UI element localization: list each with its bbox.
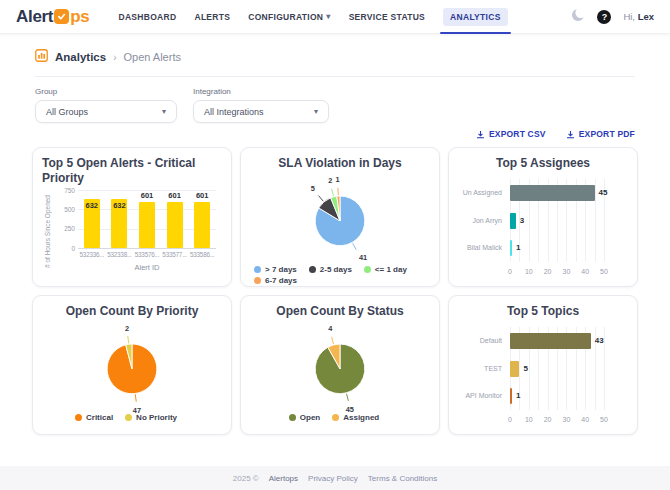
card-top-5-open-alerts: Top 5 Open Alerts - Critical Priority # … bbox=[32, 147, 232, 287]
chevron-down-icon: ▾ bbox=[162, 107, 166, 116]
legend-item-Critical[interactable]: Critical bbox=[75, 413, 113, 422]
breadcrumb-section[interactable]: Analytics bbox=[55, 51, 106, 63]
group-select[interactable]: All Groups ▾ bbox=[35, 100, 177, 123]
bar-Jon Arryn[interactable] bbox=[510, 213, 516, 229]
pie-chart: 472CriticalNo Priority bbox=[42, 321, 222, 428]
chart-title: Open Count By Status bbox=[276, 304, 403, 319]
card-open-count-by-status: Open Count By Status 454OpenAssigned bbox=[240, 295, 440, 435]
privacy-policy-link[interactable]: Privacy Policy bbox=[308, 474, 358, 483]
bar-value-label: 3 bbox=[520, 213, 524, 229]
navbar: Alert ps DASHBOARD ALERTS CONFIGURATION▾… bbox=[0, 0, 670, 34]
gridline bbox=[595, 179, 596, 262]
integration-select-value: All Integrations bbox=[204, 107, 264, 117]
help-icon[interactable]: ? bbox=[597, 10, 611, 24]
legend: CriticalNo Priority bbox=[75, 413, 189, 422]
plot-area: 4531 bbox=[510, 179, 604, 262]
export-row: EXPORT CSV EXPORT PDF bbox=[35, 129, 635, 139]
alertops-logo[interactable]: Alert ps bbox=[16, 7, 89, 27]
bar-value-label: 601 bbox=[133, 191, 161, 200]
x-tick-label: 0 bbox=[508, 416, 512, 423]
x-tick-label: 0 bbox=[508, 268, 512, 275]
x-tick-label: 30 bbox=[562, 268, 570, 275]
bar-Default[interactable] bbox=[510, 333, 591, 349]
x-tick-label: 50 bbox=[600, 416, 608, 423]
legend-item-Open[interactable]: Open bbox=[289, 413, 320, 422]
x-tick-label: 532338... bbox=[106, 251, 134, 258]
bar-value-label: 632 bbox=[106, 201, 134, 210]
dark-mode-moon-icon[interactable] bbox=[571, 8, 585, 26]
bar-value-label: 1 bbox=[516, 388, 520, 404]
chart-title: Open Count By Priority bbox=[66, 304, 199, 319]
category-label: Un Assigned bbox=[458, 185, 502, 201]
legend-item-<= 1 day[interactable]: <= 1 day bbox=[364, 265, 407, 274]
user-greeting[interactable]: Hi, Lex bbox=[623, 11, 654, 22]
x-axis-labels: 01020304050 bbox=[510, 268, 604, 278]
bar-slot: 632 bbox=[106, 190, 134, 248]
nav-item-dashboard[interactable]: DASHBOARD bbox=[109, 0, 185, 34]
bar-Bilal Malick[interactable] bbox=[510, 240, 512, 256]
integration-filter: Integration All Integrations ▾ bbox=[193, 87, 329, 123]
logo-text-left: Alert bbox=[16, 7, 53, 27]
filters-row: Group All Groups ▾ Integration All Integ… bbox=[35, 87, 635, 123]
x-axis-labels: 01020304050 bbox=[510, 416, 604, 426]
category-label: Bilal Malick bbox=[458, 240, 502, 256]
legend-label: Critical bbox=[86, 413, 113, 422]
card-sla-violation: SLA Violation in Days 41521> 7 days2-5 d… bbox=[240, 147, 440, 287]
legend-item-Assigned[interactable]: Assigned bbox=[332, 413, 379, 422]
callout-line bbox=[347, 394, 349, 401]
bar[interactable] bbox=[139, 202, 155, 248]
main-nav: DASHBOARD ALERTS CONFIGURATION▾ SERVICE … bbox=[109, 0, 516, 34]
export-pdf-button[interactable]: EXPORT PDF bbox=[566, 129, 635, 139]
spacer bbox=[0, 435, 670, 466]
terms-link[interactable]: Terms & Conditions bbox=[368, 474, 437, 483]
logo-check-icon bbox=[54, 9, 69, 24]
group-select-value: All Groups bbox=[46, 107, 88, 117]
legend-dot bbox=[364, 266, 371, 273]
legend-dot bbox=[309, 266, 316, 273]
legend-item-2-5 days[interactable]: 2-5 days bbox=[309, 265, 352, 274]
bar-API Monitor[interactable] bbox=[510, 388, 512, 404]
logo-text-right: ps bbox=[70, 7, 89, 27]
category-label: Jon Arryn bbox=[458, 213, 502, 229]
chart-title: Top 5 Topics bbox=[507, 304, 579, 319]
legend-item-No Priority[interactable]: No Priority bbox=[125, 413, 177, 422]
export-csv-button[interactable]: EXPORT CSV bbox=[476, 129, 546, 139]
nav-item-configuration[interactable]: CONFIGURATION▾ bbox=[239, 0, 339, 34]
breadcrumb-separator: › bbox=[113, 52, 116, 63]
legend-item-6-7 days[interactable]: 6-7 days bbox=[254, 276, 297, 285]
footer-year: 2025 © bbox=[233, 474, 259, 483]
card-open-count-by-priority: Open Count By Priority 472CriticalNo Pri… bbox=[32, 295, 232, 435]
nav-item-analytics[interactable]: ANALYTICS bbox=[434, 0, 517, 34]
card-top-5-topics: Top 5 Topics 4351DefaultTESTAPI Monitor0… bbox=[448, 295, 638, 435]
bar-value-label: 632 bbox=[78, 201, 106, 210]
x-tick-label: 10 bbox=[525, 416, 533, 423]
pie-value-label: 2 bbox=[125, 324, 129, 333]
legend-item-> 7 days[interactable]: > 7 days bbox=[254, 265, 297, 274]
y-axis-title: # of Hours Since Opened bbox=[42, 188, 52, 276]
legend-dot bbox=[289, 414, 296, 421]
x-tick-label: 30 bbox=[562, 416, 570, 423]
x-tick-label: 533576... bbox=[133, 251, 161, 258]
legend-dot bbox=[254, 266, 261, 273]
callout-line bbox=[128, 336, 129, 343]
group-filter: Group All Groups ▾ bbox=[35, 87, 177, 123]
bar-TEST[interactable] bbox=[510, 361, 519, 377]
x-tick-label: 533577... bbox=[161, 251, 189, 258]
category-labels: DefaultTESTAPI Monitor bbox=[458, 327, 506, 410]
bar-Un Assigned[interactable] bbox=[510, 185, 595, 201]
nav-item-service-status[interactable]: SERVICE STATUS bbox=[340, 0, 434, 34]
nav-item-alerts[interactable]: ALERTS bbox=[185, 0, 239, 34]
callout-line bbox=[135, 394, 136, 401]
plot-area: 4351 bbox=[510, 327, 604, 410]
card-top-5-assignees: Top 5 Assignees 4531Un AssignedJon Arryn… bbox=[448, 147, 638, 287]
pie-chart: 41521> 7 days2-5 days<= 1 day6-7 days bbox=[250, 173, 430, 285]
bar[interactable] bbox=[167, 202, 183, 248]
bar[interactable] bbox=[194, 202, 210, 248]
y-tick-label: 250 bbox=[52, 225, 75, 232]
integration-select[interactable]: All Integrations ▾ bbox=[193, 100, 329, 123]
chevron-down-icon: ▾ bbox=[326, 12, 330, 21]
download-icon bbox=[476, 130, 485, 139]
legend-label: > 7 days bbox=[265, 265, 297, 274]
x-tick-label: 40 bbox=[581, 268, 589, 275]
x-tick-label: 20 bbox=[544, 268, 552, 275]
